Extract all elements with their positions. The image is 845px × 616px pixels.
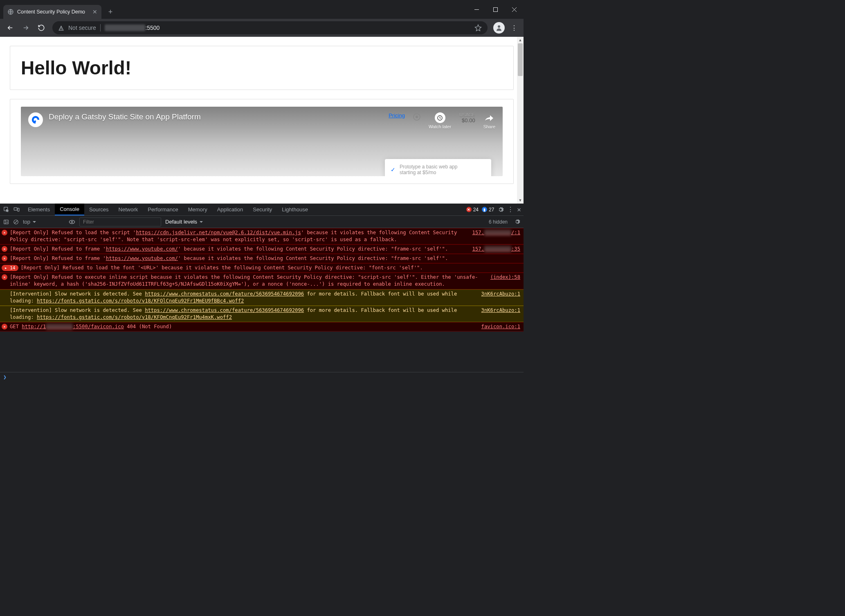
svg-rect-14 <box>4 220 9 224</box>
chevron-down-icon <box>33 221 36 224</box>
page-viewport: Hello World! Deploy a Gatsby Static Site… <box>0 37 524 204</box>
log-count-pill: ▸ 14 <box>2 265 18 271</box>
devtools-tab-memory[interactable]: Memory <box>183 204 212 215</box>
watch-later-button[interactable]: Watch later <box>429 112 451 129</box>
log-source-link[interactable]: 3nK6rcAbuzo:1 <box>477 291 520 305</box>
devtools-close-icon[interactable]: ✕ <box>517 206 521 213</box>
log-message: [Intervention] Slow network is detected.… <box>10 307 475 321</box>
scroll-up-arrow[interactable]: ▲ <box>517 37 524 43</box>
console-log-row[interactable]: ✕[Report Only] Refused to frame 'https:/… <box>0 254 524 263</box>
log-message: [Report Only] Refused to execute inline … <box>10 274 484 288</box>
browser-menu-button[interactable]: ⋮ <box>508 24 520 32</box>
live-expression-icon[interactable] <box>69 219 75 225</box>
reload-button[interactable] <box>34 21 48 35</box>
pricing-link[interactable]: Pricing <box>389 112 405 119</box>
error-icon: ✕ <box>2 230 7 235</box>
share-button[interactable]: Share <box>483 112 495 129</box>
error-icon: ✕ <box>2 324 7 329</box>
devtools-tab-performance[interactable]: Performance <box>143 204 183 215</box>
maximize-button[interactable] <box>486 0 505 19</box>
devtools-tab-security[interactable]: Security <box>248 204 277 215</box>
youtube-embed[interactable]: Deploy a Gatsby Static Site on App Platf… <box>21 107 503 176</box>
console-log-row[interactable]: ✕[Report Only] Refused to load the scrip… <box>0 228 524 244</box>
close-tab-button[interactable]: ✕ <box>92 9 97 15</box>
context-selector[interactable]: top <box>23 219 36 225</box>
video-popup: ✓ Prototype a basic web app starting at … <box>385 159 491 176</box>
close-window-button[interactable] <box>505 0 524 19</box>
check-icon: ✓ <box>391 166 396 173</box>
devtools-tab-sources[interactable]: Sources <box>84 204 114 215</box>
url-text: xxx.xxx.xxx.xxx:5500 <box>105 25 160 31</box>
console-log-row[interactable]: ✕[Report Only] Refused to frame 'https:/… <box>0 244 524 254</box>
omnibox-divider <box>100 24 101 31</box>
console-sidebar-toggle-icon[interactable] <box>3 219 9 225</box>
log-source-link[interactable]: favicon.ico:1 <box>477 323 520 330</box>
clock-icon <box>435 112 445 123</box>
log-levels-selector[interactable]: Default levels <box>165 219 203 225</box>
log-source-link[interactable]: 157.xxx.xx.xx/:1 <box>468 229 520 243</box>
console-log-row[interactable]: ✕[Report Only] Refused to execute inline… <box>0 273 524 289</box>
log-source-link[interactable]: 3nK6rcAbuzo:1 <box>477 307 520 321</box>
video-title: Deploy a Gatsby Static Site on App Platf… <box>49 112 201 121</box>
devtools-settings-icon[interactable] <box>497 206 504 213</box>
devtools-tab-application[interactable]: Application <box>212 204 248 215</box>
new-tab-button[interactable]: + <box>105 5 116 19</box>
log-message: [Report Only] Refused to load the script… <box>10 229 466 243</box>
console-filter-input[interactable] <box>79 217 161 226</box>
scrollbar-thumb[interactable] <box>518 43 523 76</box>
page-scrollbar[interactable]: ▲ ▼ <box>517 37 524 204</box>
error-icon: ✕ <box>2 274 7 280</box>
profile-avatar-button[interactable] <box>493 22 505 34</box>
hidden-count[interactable]: 6 hidden <box>489 219 510 225</box>
share-icon <box>484 112 494 123</box>
warn-spacer <box>2 307 7 313</box>
not-secure-icon <box>58 25 64 31</box>
log-source-link[interactable]: 157.xxx.xx.xx:35 <box>468 246 520 253</box>
overlay-badge-1 <box>413 113 420 121</box>
console-toolbar: top Default levels 6 hidden <box>0 216 524 228</box>
error-icon: ✕ <box>2 255 7 261</box>
console-prompt[interactable]: ❯ <box>0 372 524 382</box>
devtools-tab-network[interactable]: Network <box>114 204 143 215</box>
address-bar[interactable]: Not secure xxx.xxx.xxx.xxx:5500 <box>52 21 488 34</box>
svg-point-9 <box>416 116 418 118</box>
error-icon: ✕ <box>2 246 7 252</box>
log-message: [Report Only] Refused to load the font '… <box>21 264 521 271</box>
inspect-element-icon[interactable] <box>3 206 9 213</box>
console-settings-icon[interactable] <box>514 219 520 225</box>
console-log-row[interactable]: [Intervention] Slow network is detected.… <box>0 306 524 322</box>
chevron-down-icon <box>200 221 203 224</box>
warn-spacer <box>2 291 7 297</box>
devtools-tab-lighthouse[interactable]: Lighthouse <box>277 204 313 215</box>
device-toolbar-icon[interactable] <box>13 206 20 213</box>
info-count-badge[interactable]: ▮27 <box>482 207 494 213</box>
hello-card: Hello World! <box>10 46 514 90</box>
devtools-tab-console[interactable]: Console <box>55 204 84 215</box>
devtools-tab-elements[interactable]: Elements <box>23 204 55 215</box>
log-message: [Report Only] Refused to frame 'https://… <box>10 255 520 262</box>
channel-logo[interactable] <box>28 112 43 127</box>
bookmark-star-icon[interactable] <box>474 24 482 31</box>
log-message: [Report Only] Refused to frame 'https://… <box>10 246 466 253</box>
log-message: [Intervention] Slow network is detected.… <box>10 291 475 305</box>
clear-console-icon[interactable] <box>13 219 19 225</box>
prompt-chevron-icon: ❯ <box>3 374 7 380</box>
tab-title: Content Security Policy Demo <box>17 9 85 15</box>
devtools-tabbar: ElementsConsoleSourcesNetworkPerformance… <box>0 204 524 216</box>
svg-rect-6 <box>34 121 36 122</box>
log-source-link[interactable]: (index):58 <box>486 274 520 288</box>
console-log-list[interactable]: ✕[Report Only] Refused to load the scrip… <box>0 228 524 372</box>
console-log-row[interactable]: [Intervention] Slow network is detected.… <box>0 289 524 306</box>
console-log-row[interactable]: ✕GET http://1xx.xxx.xx:5500/favicon.ico … <box>0 322 524 332</box>
page-heading: Hello World! <box>21 57 503 79</box>
tab-strip: Content Security Policy Demo ✕ + <box>0 0 467 19</box>
console-log-row[interactable]: ▸ 14[Report Only] Refused to load the fo… <box>0 263 524 273</box>
error-count-badge[interactable]: ✕24 <box>466 207 479 213</box>
security-label: Not secure <box>68 25 96 31</box>
browser-tab-active[interactable]: Content Security Policy Demo ✕ <box>3 5 101 19</box>
forward-button[interactable] <box>19 21 33 35</box>
scroll-down-arrow[interactable]: ▼ <box>517 197 524 204</box>
devtools-menu-icon[interactable]: ⋮ <box>507 206 514 213</box>
minimize-button[interactable] <box>467 0 486 19</box>
back-button[interactable] <box>3 21 17 35</box>
